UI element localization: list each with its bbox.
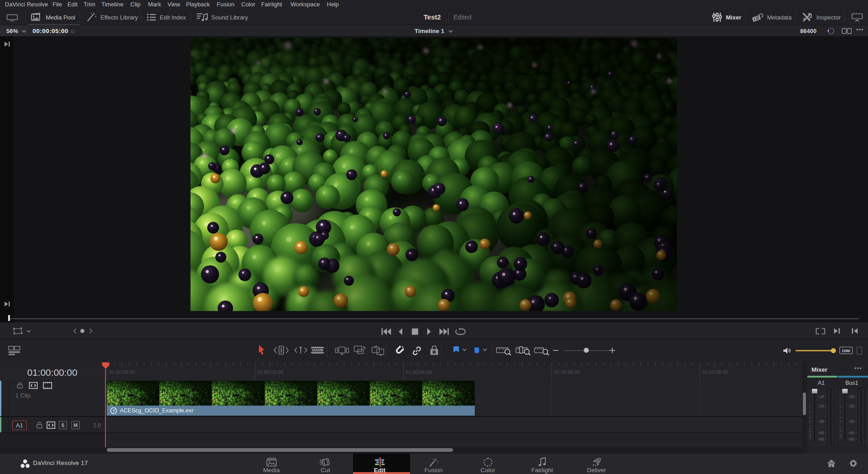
- svg-text:01:00:04:00: 01:00:04:00: [405, 369, 432, 375]
- svg-text:01:00:02:00: 01:00:02:00: [257, 369, 283, 375]
- svg-text:01:00:00:00: 01:00:00:00: [109, 369, 135, 375]
- svg-text:01:00:06:00: 01:00:06:00: [554, 369, 580, 375]
- svg-text:01:00:08:00: 01:00:08:00: [702, 369, 728, 375]
